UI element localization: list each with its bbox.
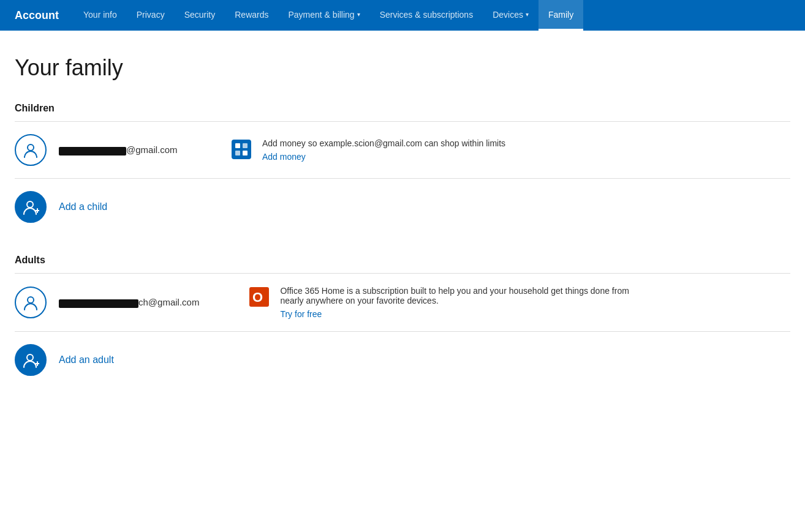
child-avatar bbox=[15, 134, 47, 166]
add-child-label[interactable]: Add a child bbox=[59, 201, 107, 212]
nav-item-your-info[interactable]: Your info bbox=[74, 0, 127, 31]
svg-rect-4 bbox=[235, 151, 240, 155]
add-adult-row[interactable]: Add an adult bbox=[15, 332, 790, 388]
adult-email-masked bbox=[59, 299, 138, 308]
add-child-avatar bbox=[15, 191, 47, 223]
svg-rect-1 bbox=[232, 140, 251, 159]
page-title: Your family bbox=[15, 55, 790, 81]
child-member-row: @gmail.com Add money so example.scion@gm… bbox=[15, 122, 790, 179]
top-nav: Account Your info Privacy Security Rewar… bbox=[0, 0, 805, 31]
add-adult-label[interactable]: Add an adult bbox=[59, 354, 114, 365]
person-icon bbox=[22, 141, 39, 159]
chevron-down-icon: ▾ bbox=[526, 11, 529, 18]
children-heading: Children bbox=[15, 103, 790, 121]
adult-email: ch@gmail.com bbox=[59, 297, 199, 307]
nav-item-rewards[interactable]: Rewards bbox=[225, 0, 278, 31]
child-email-domain: @gmail.com bbox=[126, 144, 178, 155]
o365-icon-container: O bbox=[248, 286, 270, 308]
nav-items: Your info Privacy Security Rewards Payme… bbox=[74, 0, 583, 31]
nav-item-payment[interactable]: Payment & billing ▾ bbox=[278, 0, 369, 31]
person-plus-icon bbox=[22, 351, 39, 369]
nav-brand[interactable]: Account bbox=[0, 9, 74, 22]
svg-point-9 bbox=[28, 297, 34, 303]
add-money-link[interactable]: Add money bbox=[262, 152, 505, 162]
nav-item-security[interactable]: Security bbox=[175, 0, 225, 31]
person-plus-icon bbox=[22, 198, 39, 215]
ms-store-icon bbox=[232, 140, 251, 159]
add-adult-avatar bbox=[15, 344, 47, 376]
svg-rect-3 bbox=[243, 143, 248, 148]
chevron-down-icon: ▾ bbox=[357, 11, 360, 18]
nav-item-devices[interactable]: Devices ▾ bbox=[483, 0, 539, 31]
adults-section: Adults ch@gmail.com O bbox=[15, 255, 790, 388]
office365-icon: O bbox=[249, 287, 269, 307]
svg-rect-2 bbox=[235, 143, 240, 148]
person-icon bbox=[22, 294, 39, 311]
adult-avatar bbox=[15, 287, 47, 318]
child-email: @gmail.com bbox=[59, 144, 181, 155]
child-email-masked bbox=[59, 147, 126, 155]
svg-text:O: O bbox=[252, 290, 263, 305]
adults-heading: Adults bbox=[15, 255, 790, 273]
nav-item-services[interactable]: Services & subscriptions bbox=[370, 0, 483, 31]
nav-item-family[interactable]: Family bbox=[539, 0, 583, 31]
main-content: Your family Children @gmail.com bbox=[0, 31, 805, 413]
svg-point-0 bbox=[28, 144, 34, 151]
add-child-row[interactable]: Add a child bbox=[15, 179, 790, 235]
svg-rect-5 bbox=[243, 151, 248, 155]
adult-email-domain: ch@gmail.com bbox=[138, 297, 199, 307]
child-store-text: Add money so example.scion@gmail.com can… bbox=[262, 138, 505, 162]
child-info-section: Add money so example.scion@gmail.com can… bbox=[230, 138, 505, 162]
adult-info-section: O Office 365 Home is a subscription buil… bbox=[248, 286, 648, 319]
nav-item-privacy[interactable]: Privacy bbox=[127, 0, 175, 31]
svg-point-6 bbox=[27, 201, 33, 208]
spacer bbox=[15, 235, 790, 255]
svg-point-12 bbox=[27, 354, 33, 361]
children-section: Children @gmail.com bbox=[15, 103, 790, 235]
adult-office-text: Office 365 Home is a subscription built … bbox=[280, 286, 648, 319]
try-for-free-link[interactable]: Try for free bbox=[280, 309, 648, 319]
adult-member-row: ch@gmail.com O Office 365 Home is a subs… bbox=[15, 274, 790, 332]
ms-store-icon-container bbox=[230, 138, 252, 160]
